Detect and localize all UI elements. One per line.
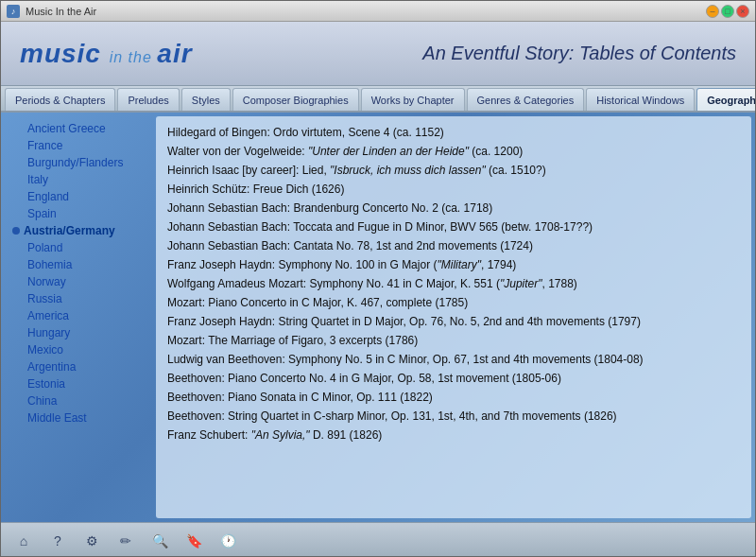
tab-periods[interactable]: Periods & Chapters <box>5 88 115 111</box>
title-bar-text: Music In the Air <box>26 6 706 17</box>
sidebar-item-america[interactable]: America <box>9 307 152 324</box>
sidebar-item-label: Burgundy/Flanders <box>27 156 123 169</box>
window-controls: – □ × <box>706 5 749 18</box>
sidebar-item-hungary[interactable]: Hungary <box>9 324 152 341</box>
tab-preludes[interactable]: Preludes <box>117 88 179 111</box>
tab-historical-windows[interactable]: Historical Windows <box>586 88 695 111</box>
app-icon: ♪ <box>7 5 20 18</box>
tab-genres-categories[interactable]: Genres & Categories <box>467 88 585 111</box>
content-item: Hildegard of Bingen: Ordo virtutem, Scen… <box>167 124 740 141</box>
maximize-button[interactable]: □ <box>721 5 734 18</box>
clock-icon[interactable]: 🕐 <box>216 530 239 552</box>
settings-icon[interactable]: ⚙ <box>80 530 103 552</box>
sidebar-item-poland[interactable]: Poland <box>9 239 152 256</box>
content-item: Johann Sebastian Bach: Toccata and Fugue… <box>167 218 740 235</box>
sidebar-item-label: Argentina <box>27 360 76 374</box>
app-logo: music in the air <box>20 39 193 69</box>
content-item: Ludwig van Beethoven: Symphony No. 5 in … <box>167 351 740 368</box>
sidebar-item-label: England <box>27 190 69 203</box>
app-header: music in the air An Eventful Story: Tabl… <box>1 22 755 86</box>
tab-works-by-chapter[interactable]: Works by Chapter <box>361 88 465 111</box>
content-item: Heinrich Isaac [by career]: Lied, "Isbru… <box>167 162 740 179</box>
tab-styles[interactable]: Styles <box>181 88 231 111</box>
content-item: Beethoven: Piano Concerto No. 4 in G Maj… <box>167 370 740 387</box>
sidebar-item-china[interactable]: China <box>9 392 152 409</box>
content-item: Walter von der Vogelweide: "Unter der Li… <box>167 143 740 160</box>
nav-tabs: Periods & Chapters Preludes Styles Compo… <box>1 86 755 113</box>
sidebar-item-norway[interactable]: Norway <box>9 273 152 290</box>
search-icon[interactable]: 🔍 <box>148 530 171 552</box>
content-item: Franz Joseph Haydn: String Quartet in D … <box>167 313 740 330</box>
content-panel: Hildegard of Bingen: Ordo virtutem, Scen… <box>156 116 751 518</box>
sidebar-item-estonia[interactable]: Estonia <box>9 375 152 392</box>
title-bar: ♪ Music In the Air – □ × <box>1 1 755 22</box>
content-item: Wolfgang Amadeus Mozart: Symphony No. 41… <box>167 275 740 292</box>
app-subtitle: An Eventful Story: Tables of Contents <box>193 43 736 64</box>
sidebar-item-label: France <box>27 139 62 152</box>
home-icon[interactable]: ⌂ <box>12 530 35 552</box>
edit-icon[interactable]: ✏ <box>114 530 137 552</box>
sidebar: Ancient GreeceFranceBurgundy/FlandersIta… <box>1 113 152 522</box>
sidebar-item-label: Bohemia <box>27 258 72 271</box>
content-scroll[interactable]: Hildegard of Bingen: Ordo virtutem, Scen… <box>156 116 751 518</box>
help-icon[interactable]: ? <box>46 530 69 552</box>
sidebar-item-england[interactable]: England <box>9 188 152 205</box>
content-item: Beethoven: String Quartet in C-sharp Min… <box>167 408 740 425</box>
main-content: Ancient GreeceFranceBurgundy/FlandersIta… <box>1 113 755 522</box>
sidebar-item-label: Mexico <box>27 343 63 357</box>
tab-composer-biographies[interactable]: Composer Biographies <box>232 88 359 111</box>
sidebar-item-spain[interactable]: Spain <box>9 205 152 222</box>
bullet-icon <box>12 227 20 235</box>
content-item: Heinrich Schütz: Freue Dich (1626) <box>167 181 740 198</box>
bottom-toolbar: ⌂?⚙✏🔍🔖🕐 <box>1 522 755 557</box>
sidebar-item-middle-east[interactable]: Middle East <box>9 409 152 426</box>
tab-geographical-regions[interactable]: Geographical Regions <box>696 88 756 111</box>
sidebar-item-austria-germany[interactable]: Austria/Germany <box>9 222 152 239</box>
sidebar-item-label: China <box>27 394 57 408</box>
sidebar-item-label: Austria/Germany <box>24 224 115 237</box>
bookmark-icon[interactable]: 🔖 <box>182 530 205 552</box>
sidebar-item-label: Ancient Greece <box>27 122 106 135</box>
content-item: Beethoven: Piano Sonata in C Minor, Op. … <box>167 389 740 406</box>
sidebar-item-label: Estonia <box>27 377 65 391</box>
minimize-button[interactable]: – <box>706 5 719 18</box>
content-item: Franz Schubert: "An Sylvia," D. 891 (182… <box>167 426 740 444</box>
sidebar-item-label: Italy <box>27 173 48 186</box>
sidebar-item-france[interactable]: France <box>9 137 152 154</box>
content-item: Mozart: The Marriage of Figaro, 3 excerp… <box>167 332 740 349</box>
sidebar-item-argentina[interactable]: Argentina <box>9 358 152 375</box>
content-item: Franz Joseph Haydn: Symphony No. 100 in … <box>167 256 740 273</box>
sidebar-item-italy[interactable]: Italy <box>9 171 152 188</box>
sidebar-item-label: Norway <box>27 275 66 288</box>
sidebar-item-label: America <box>27 309 69 322</box>
sidebar-item-russia[interactable]: Russia <box>9 290 152 307</box>
sidebar-item-mexico[interactable]: Mexico <box>9 341 152 358</box>
sidebar-item-burgundy-flanders[interactable]: Burgundy/Flanders <box>9 154 152 171</box>
content-item: Johann Sebastian Bach: Cantata No. 78, 1… <box>167 237 740 254</box>
close-button[interactable]: × <box>736 5 749 18</box>
sidebar-item-label: Spain <box>27 207 57 220</box>
sidebar-item-label: Poland <box>27 241 62 254</box>
sidebar-item-label: Hungary <box>27 326 70 339</box>
content-item: Johann Sebastian Bach: Brandenburg Conce… <box>167 200 740 217</box>
sidebar-item-ancient-greece[interactable]: Ancient Greece <box>9 120 152 137</box>
sidebar-item-bohemia[interactable]: Bohemia <box>9 256 152 273</box>
sidebar-item-label: Russia <box>27 292 62 305</box>
sidebar-item-label: Middle East <box>27 411 87 425</box>
content-item: Mozart: Piano Concerto in C Major, K. 46… <box>167 294 740 311</box>
